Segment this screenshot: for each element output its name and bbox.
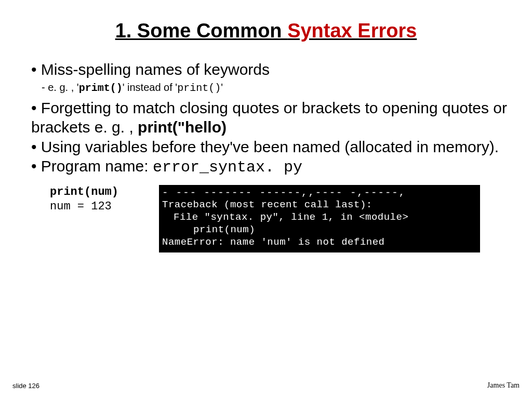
sub-code-1: primt() (79, 82, 123, 94)
sub-code-2: print() (177, 82, 221, 94)
bullet-2-text-b: print("hello) (138, 118, 227, 136)
bullet-2-text-a: Forgetting to match closing quotes or br… (31, 99, 507, 136)
terminal-line-3: print(num) (162, 224, 477, 236)
slide-number: slide 126 (12, 382, 39, 390)
sub-post: ' (221, 82, 223, 93)
sub-mid: ' instead of ' (123, 82, 177, 93)
bullet-1: Miss-spelling names of keywords (31, 60, 508, 79)
terminal-output: - --- ------- ------,,---- -,-----, Trac… (159, 185, 480, 253)
code-line-2: num = 123 (50, 200, 118, 215)
bullet-1-text: Miss-spelling names of keywords (31, 61, 270, 78)
bullet-3-text: Using variables before they've been name… (31, 138, 499, 155)
slide: 1. Some Common Syntax Errors Miss-spelli… (0, 0, 532, 399)
bullet-4-text-a: Program name: (31, 157, 153, 175)
bullet-1-sub: e. g. , 'primt()' instead of 'print()' (42, 81, 508, 95)
slide-title: 1. Some Common Syntax Errors (24, 20, 508, 42)
bullet-3: Using variables before they've been name… (31, 137, 508, 157)
title-text-b: Syntax Errors (287, 20, 417, 42)
code-line-1: print(num) (50, 185, 118, 200)
bullet-4-text-b: error_syntax. py (153, 158, 302, 176)
example-row: print(num) num = 123 - --- ------- -----… (50, 185, 508, 253)
terminal-line-4: NameError: name 'num' is not defined (162, 236, 477, 249)
bullet-2: Forgetting to match closing quotes or br… (31, 98, 508, 137)
title-text-a: 1. Some Common (115, 20, 288, 42)
bullet-4: Program name: error_syntax. py (31, 156, 508, 178)
author-name: James Tam (487, 381, 520, 390)
terminal-line-1: Traceback (most recent call last): (162, 199, 477, 211)
terminal-line-2: File "syntax. py", line 1, in <module> (162, 211, 477, 224)
sub-pre: e. g. , ' (48, 82, 78, 93)
code-snippet: print(num) num = 123 (50, 185, 118, 215)
terminal-line-0: - --- ------- ------,,---- -,-----, (162, 187, 477, 200)
